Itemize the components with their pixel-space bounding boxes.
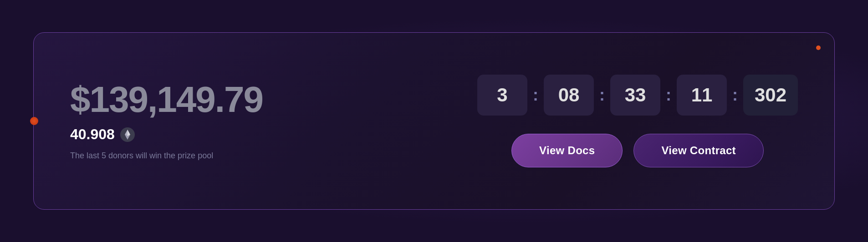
decoration-dot-top-right	[816, 45, 821, 50]
prize-amount: $139,149.79	[70, 81, 263, 118]
button-row: View Docs View Contract	[511, 134, 764, 167]
timer-row: 3 : 08 : 33 : 11 : 302	[477, 75, 798, 116]
timer-millis: 302	[743, 75, 798, 116]
right-section: 3 : 08 : 33 : 11 : 302 View Docs View Co…	[477, 75, 798, 167]
ethereum-icon	[120, 127, 135, 142]
decoration-dot-left	[30, 117, 38, 125]
timer-sep-4: :	[731, 86, 739, 105]
main-card: $139,149.79 40.908 The last 5 donors wil…	[33, 32, 835, 210]
timer-minutes: 33	[610, 75, 660, 116]
timer-sep-2: :	[598, 86, 606, 105]
timer-sep-3: :	[665, 86, 672, 105]
timer-hours: 08	[544, 75, 594, 116]
timer-days: 3	[477, 75, 527, 116]
left-section: $139,149.79 40.908 The last 5 donors wil…	[70, 81, 263, 161]
prize-description: The last 5 donors will win the prize poo…	[70, 151, 263, 161]
view-contract-button[interactable]: View Contract	[633, 134, 764, 167]
timer-sep-1: :	[532, 86, 539, 105]
view-docs-button[interactable]: View Docs	[511, 134, 623, 167]
eth-row: 40.908	[70, 126, 263, 143]
timer-seconds: 11	[677, 75, 727, 116]
eth-amount: 40.908	[70, 126, 115, 143]
